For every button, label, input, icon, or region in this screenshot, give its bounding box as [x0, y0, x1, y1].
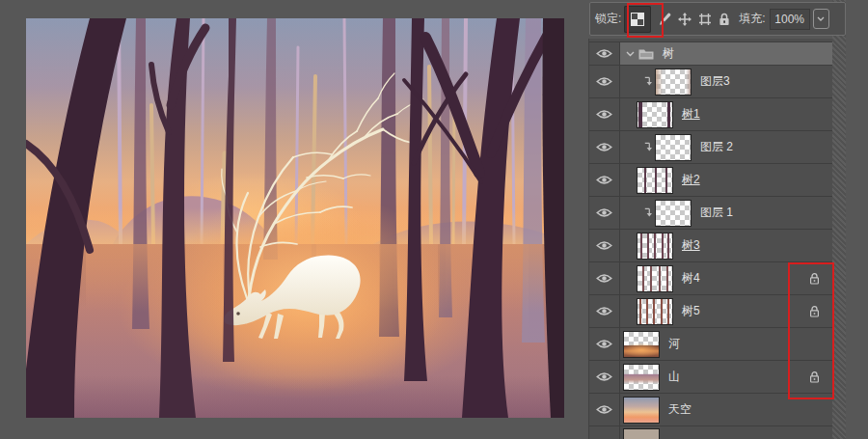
- layer-row-main[interactable]: 河: [620, 328, 832, 360]
- visibility-toggle[interactable]: [589, 262, 620, 294]
- deer-eye: [236, 312, 240, 316]
- layer-name[interactable]: 树3: [682, 237, 700, 254]
- lock-icon: [809, 370, 820, 383]
- layer-row-图层 2[interactable]: 图层 2: [589, 131, 832, 164]
- layer-row-main[interactable]: 图层 1: [620, 197, 832, 229]
- chevron-down-icon: [817, 16, 825, 21]
- layer-row-main[interactable]: 图层 2: [620, 131, 832, 163]
- layer-row-山[interactable]: 山: [589, 361, 832, 394]
- layer-row-河[interactable]: 河: [589, 328, 832, 361]
- visibility-toggle[interactable]: [589, 131, 620, 163]
- layer-thumbnail[interactable]: [623, 397, 660, 424]
- layer-row-main[interactable]: [620, 426, 832, 439]
- lock-icon: [809, 305, 820, 317]
- visibility-toggle[interactable]: [589, 361, 620, 393]
- layer-thumbnail[interactable]: [623, 428, 660, 439]
- lock-all-icon: [719, 13, 730, 26]
- thumbnail-overlay: [624, 398, 659, 423]
- visibility-toggle[interactable]: [589, 98, 620, 130]
- layers-panel: 树 图层3: [588, 39, 832, 439]
- thumbnail-overlay: [637, 168, 672, 193]
- visibility-toggle[interactable]: [589, 426, 620, 439]
- layer-thumbnail[interactable]: [655, 134, 692, 161]
- fill-dropdown-button[interactable]: [813, 9, 829, 29]
- thumbnail-overlay: [624, 332, 659, 357]
- fill-label: 填充:: [739, 11, 765, 27]
- layer-name[interactable]: 树4: [682, 270, 700, 287]
- thumbnail-overlay: [637, 266, 672, 291]
- panel-edge-texture: [832, 0, 846, 439]
- visibility-toggle[interactable]: [589, 42, 620, 65]
- lock-image-pixels-button[interactable]: [658, 13, 671, 26]
- eye-icon: [596, 306, 612, 316]
- layer-row-树1[interactable]: 树1: [589, 98, 832, 131]
- artwork-illustration: [26, 18, 564, 418]
- lock-position-button[interactable]: [678, 13, 692, 26]
- lock-all-button[interactable]: [719, 13, 730, 26]
- visibility-toggle[interactable]: [589, 328, 620, 360]
- layer-name[interactable]: 河: [668, 336, 680, 352]
- visibility-toggle[interactable]: [589, 164, 620, 196]
- lock-transparent-pixels-button[interactable]: [624, 6, 651, 33]
- visibility-toggle[interactable]: [589, 230, 620, 261]
- layer-name[interactable]: 天空: [668, 401, 692, 418]
- layer-row-天空[interactable]: 天空: [589, 394, 832, 426]
- layer-row-图层 1[interactable]: 图层 1: [589, 197, 832, 230]
- folder-icon: [638, 48, 654, 60]
- layer-name[interactable]: 树5: [682, 303, 700, 319]
- layer-row-树[interactable]: 树: [589, 42, 832, 66]
- layer-row-main[interactable]: 图层3: [620, 66, 832, 97]
- fill-opacity-input[interactable]: 100%: [770, 9, 810, 30]
- visibility-toggle[interactable]: [589, 66, 620, 97]
- eye-icon: [596, 371, 612, 382]
- layer-name[interactable]: 树: [663, 45, 674, 62]
- layer-row-main[interactable]: 树3: [620, 230, 832, 261]
- layer-thumbnail[interactable]: [637, 265, 673, 292]
- eye-icon: [596, 339, 612, 349]
- layer-thumbnail[interactable]: [623, 331, 660, 358]
- document-canvas[interactable]: [26, 18, 564, 418]
- thumbnail-overlay: [637, 233, 672, 259]
- layer-name[interactable]: 图层 1: [700, 205, 733, 221]
- visibility-toggle[interactable]: [589, 197, 620, 229]
- fill-value: 100%: [774, 13, 804, 26]
- layer-row-main[interactable]: 树5: [620, 295, 832, 327]
- layer-thumbnail[interactable]: [637, 167, 673, 194]
- layer-row-main[interactable]: 山: [620, 361, 832, 393]
- layer-row-main[interactable]: 树4: [620, 262, 832, 294]
- thumbnail-overlay: [637, 299, 672, 324]
- layer-row-main[interactable]: 树2: [620, 164, 832, 196]
- layer-name[interactable]: 图层3: [700, 73, 730, 90]
- lock-artboard-button[interactable]: [698, 13, 712, 26]
- eye-icon: [596, 273, 612, 284]
- layer-row-树2[interactable]: 树2: [589, 164, 832, 197]
- layer-row-树3[interactable]: 树3: [589, 230, 832, 262]
- layer-thumbnail[interactable]: [637, 298, 673, 325]
- layer-name[interactable]: 山: [668, 369, 680, 385]
- layer-row-main[interactable]: 天空: [620, 394, 832, 425]
- eye-icon: [596, 142, 612, 152]
- layer-name[interactable]: 图层 2: [700, 139, 733, 155]
- layer-name[interactable]: 树2: [682, 172, 700, 188]
- layer-row-partial[interactable]: [589, 426, 832, 439]
- clipping-mask-arrow-icon: [643, 76, 652, 87]
- layer-row-main[interactable]: 树: [620, 42, 832, 65]
- chevron-down-icon[interactable]: [626, 51, 635, 57]
- lock-image-pixels-icon: [658, 13, 671, 26]
- eye-icon: [596, 404, 612, 415]
- layer-thumbnail[interactable]: [637, 233, 673, 260]
- layer-row-树4[interactable]: 树4: [589, 262, 832, 295]
- thumbnail-overlay: [656, 135, 691, 160]
- visibility-toggle[interactable]: [589, 394, 620, 425]
- layer-row-树5[interactable]: 树5: [589, 295, 832, 328]
- visibility-toggle[interactable]: [589, 295, 620, 327]
- layer-name[interactable]: 树1: [682, 106, 700, 123]
- layer-thumbnail[interactable]: [655, 200, 692, 227]
- clipping-mask-arrow-icon: [643, 142, 652, 152]
- layer-row-main[interactable]: 树1: [620, 98, 832, 130]
- thumbnail-overlay: [656, 69, 691, 95]
- layer-thumbnail[interactable]: [655, 69, 692, 96]
- layer-thumbnail[interactable]: [637, 101, 673, 128]
- layer-thumbnail[interactable]: [623, 364, 660, 391]
- layer-row-图层3[interactable]: 图层3: [589, 66, 832, 98]
